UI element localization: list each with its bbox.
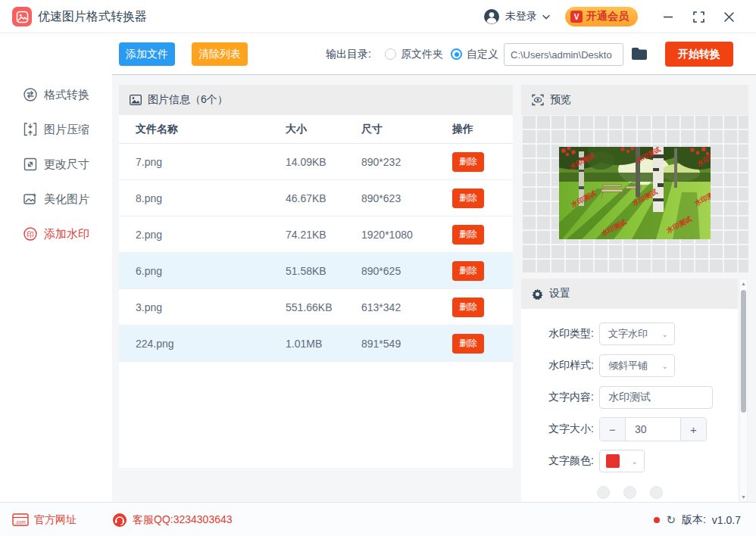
size-increase-button[interactable]: + <box>680 418 706 441</box>
output-path-input[interactable] <box>504 43 623 66</box>
preview-image[interactable]: 水印测试水印测试水印测试水印测试水印测试水印测试水印测试水印测试 <box>559 147 711 239</box>
minimize-icon <box>663 11 673 22</box>
action-cell: 删除 <box>452 334 513 354</box>
beautify-image-icon <box>23 192 38 207</box>
settings-title: 设置 <box>549 287 570 301</box>
radio-custom-folder[interactable]: 自定义 <box>451 33 498 75</box>
file-size: 46.67KB <box>286 192 361 204</box>
update-dot-icon <box>654 517 660 523</box>
delete-button[interactable]: 删除 <box>452 261 484 281</box>
table-row[interactable]: 3.png551.66KB613*342删除 <box>119 289 513 326</box>
action-cell: 删除 <box>452 261 513 281</box>
delete-button[interactable]: 删除 <box>452 152 484 172</box>
file-name: 6.png <box>119 265 286 277</box>
color-preset-dot[interactable] <box>623 486 636 499</box>
file-size: 51.58KB <box>286 265 361 277</box>
sidebar-item-beautify[interactable]: 美化图片 <box>0 191 112 207</box>
settings-body: 水印类型: 文字水印 ⌄ 水印样式: 倾斜平铺 ⌄ 文字内容: <box>521 309 738 502</box>
text-color-picker[interactable]: ⌄ <box>599 450 645 472</box>
color-preset-dot[interactable] <box>650 486 663 499</box>
sidebar-item-label: 添加水印 <box>44 227 89 242</box>
table-row[interactable]: 224.png1.01MB891*549删除 <box>119 326 513 362</box>
open-vip-button[interactable]: V 开通会员 <box>565 7 638 26</box>
delete-button[interactable]: 删除 <box>452 225 484 245</box>
app-logo-icon <box>12 7 32 26</box>
table-row[interactable]: 2.png74.21KB1920*1080删除 <box>119 217 513 253</box>
text-size-stepper: − 30 + <box>599 417 707 441</box>
file-size: 14.09KB <box>286 156 361 168</box>
file-name: 8.png <box>119 192 286 204</box>
login-menu[interactable]: 未登录 <box>483 8 550 25</box>
column-file-name: 文件名称 <box>119 123 286 136</box>
file-dimensions: 613*342 <box>361 301 452 313</box>
file-name: 3.png <box>119 301 286 313</box>
chevron-down-icon <box>542 14 550 20</box>
sidebar-item-label: 更改尺寸 <box>44 157 89 172</box>
radio-original-folder[interactable]: 原文件夹 <box>385 33 443 75</box>
preview-header: 预览 <box>521 85 748 115</box>
sidebar-item-label: 图片压缩 <box>44 123 89 137</box>
delete-button[interactable]: 删除 <box>452 298 484 317</box>
right-panel: 预览 <box>521 85 748 502</box>
watermark-type-select[interactable]: 文字水印 ⌄ <box>599 323 675 345</box>
browse-folder-button[interactable] <box>630 45 648 64</box>
sidebar-item-watermark[interactable]: 印 添加水印 <box>0 226 112 242</box>
color-preset-dot[interactable] <box>597 486 610 499</box>
close-button[interactable] <box>714 0 744 33</box>
main-content: 图片信息（6个） 文件名称 大小 尺寸 操作 7.png14.09KB890*2… <box>112 75 756 502</box>
color-swatch <box>606 454 620 468</box>
file-table-body: 7.png14.09KB890*232删除8.png46.67KB890*623… <box>119 144 513 362</box>
scroll-up-icon[interactable]: ▲ <box>740 281 747 286</box>
table-row[interactable]: 7.png14.09KB890*232删除 <box>119 144 513 180</box>
watermark-style-label: 水印样式: <box>521 359 594 372</box>
watermark-style-select[interactable]: 倾斜平铺 ⌄ <box>599 354 675 377</box>
text-size-value[interactable]: 30 <box>626 418 680 441</box>
file-dimensions: 890*623 <box>361 192 452 204</box>
chevron-down-icon: ⌄ <box>662 330 668 338</box>
file-table-panel: 图片信息（6个） 文件名称 大小 尺寸 操作 7.png14.09KB890*2… <box>119 85 513 468</box>
minimize-button[interactable] <box>653 0 683 33</box>
delete-button[interactable]: 删除 <box>452 189 484 208</box>
settings-scrollbar[interactable]: ▲ ▼ <box>739 279 748 502</box>
add-watermark-icon: 印 <box>23 226 38 242</box>
add-files-button[interactable]: 添加文件 <box>119 42 175 66</box>
scrollbar-thumb[interactable] <box>741 290 746 413</box>
scroll-down-icon[interactable]: ▼ <box>740 494 747 500</box>
sidebar-item-format-convert[interactable]: 格式转换 <box>0 86 112 103</box>
file-name: 224.png <box>119 338 286 350</box>
delete-button[interactable]: 删除 <box>452 334 484 354</box>
sidebar-item-image-compress[interactable]: 图片压缩 <box>0 121 112 138</box>
start-convert-button[interactable]: 开始转换 <box>665 42 733 67</box>
sidebar-item-resize[interactable]: 更改尺寸 <box>0 156 112 173</box>
radio-original-label: 原文件夹 <box>401 48 443 61</box>
watermark-type-label: 水印类型: <box>521 327 594 341</box>
radio-custom-label: 自定义 <box>467 48 498 61</box>
text-color-label: 文字颜色: <box>521 454 594 468</box>
support-qq-link[interactable]: 客服QQ:3234303643 <box>112 503 233 536</box>
chevron-down-icon: ⌄ <box>662 362 668 370</box>
action-cell: 删除 <box>452 152 513 172</box>
settings-header: 设置 <box>521 279 738 309</box>
transparency-checkerboard: 水印测试水印测试水印测试水印测试水印测试水印测试水印测试水印测试 <box>521 115 748 274</box>
watermark-text-input[interactable] <box>599 386 713 409</box>
file-table-header: 图片信息（6个） <box>119 85 513 115</box>
file-dimensions: 1920*1080 <box>361 229 452 241</box>
footer-bar: .com 官方网址 客服QQ:3234303643 ↻ 版本: v1.0.7 <box>0 502 756 536</box>
watermark-style-value: 倾斜平铺 <box>600 359 662 372</box>
file-size: 74.21KB <box>286 229 361 241</box>
maximize-button[interactable] <box>683 0 714 33</box>
radio-circle-checked-icon <box>451 48 462 60</box>
image-compress-icon <box>23 122 38 137</box>
clear-list-button[interactable]: 清除列表 <box>192 42 248 66</box>
chevron-down-icon: ⌄ <box>632 457 638 466</box>
size-decrease-button[interactable]: − <box>600 418 626 441</box>
vip-button-label: 开通会员 <box>586 10 629 23</box>
table-row[interactable]: 6.png51.58KB890*625删除 <box>119 253 513 289</box>
format-convert-icon <box>23 87 38 102</box>
text-content-label: 文字内容: <box>521 391 594 404</box>
resize-icon <box>23 157 38 172</box>
version-label: 版本: <box>682 513 706 527</box>
check-update-icon[interactable]: ↻ <box>666 513 676 527</box>
official-website-link[interactable]: .com 官方网址 <box>12 503 77 536</box>
table-row[interactable]: 8.png46.67KB890*623删除 <box>119 180 513 217</box>
